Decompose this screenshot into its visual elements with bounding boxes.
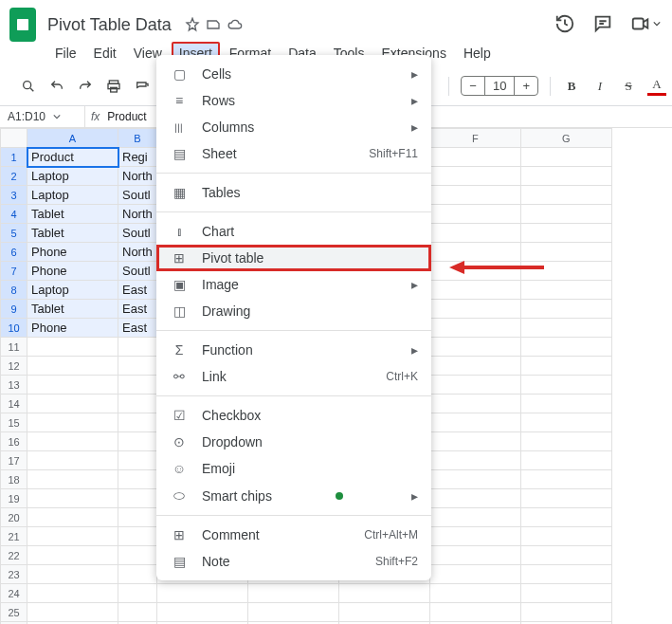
cell[interactable]: Laptop (27, 167, 118, 186)
cell[interactable]: Soutl (118, 186, 157, 205)
plus-icon[interactable]: + (515, 77, 537, 95)
cell[interactable]: Tablet (27, 300, 118, 319)
row-header[interactable]: 21 (1, 527, 27, 546)
row-header[interactable]: 19 (1, 489, 27, 508)
menu-item-label: Drawing (202, 303, 250, 319)
menu-item-smart-chips[interactable]: ⬭Smart chips▸ (156, 482, 431, 509)
submenu-arrow-icon: ▸ (411, 93, 418, 108)
row-header[interactable]: 1 (1, 148, 27, 167)
menu-item-rows[interactable]: ≡Rows▸ (156, 87, 431, 114)
row-header[interactable]: 24 (1, 584, 27, 603)
cell[interactable]: Product (27, 148, 118, 167)
cell[interactable]: North (118, 243, 157, 262)
cell[interactable]: East (118, 300, 157, 319)
row-header[interactable]: 14 (1, 395, 27, 413)
print-icon[interactable] (104, 77, 123, 96)
minus-icon[interactable]: − (462, 77, 484, 95)
cell[interactable]: North (118, 167, 157, 186)
checkbox-icon: ☑ (170, 408, 189, 423)
cloud-icon[interactable] (227, 17, 244, 32)
svg-point-3 (24, 81, 31, 88)
text-color-icon[interactable]: A (647, 77, 666, 96)
redo-icon[interactable] (76, 77, 95, 96)
font-size-value[interactable]: 10 (484, 77, 515, 95)
row-header[interactable]: 23 (1, 565, 27, 584)
move-icon[interactable] (206, 17, 221, 32)
menu-item-note[interactable]: ▤NoteShift+F2 (156, 548, 431, 575)
menu-item-emoji[interactable]: ☺Emoji (156, 455, 431, 482)
menu-item-columns[interactable]: ⫼Columns▸ (156, 114, 431, 140)
col-header[interactable]: G (520, 129, 611, 148)
row-header[interactable]: 7 (1, 262, 27, 281)
row-header[interactable]: 16 (1, 432, 27, 451)
strikethrough-icon[interactable]: S (619, 77, 638, 96)
paint-icon[interactable] (133, 77, 152, 96)
menu-item-link[interactable]: ⚯LinkCtrl+K (156, 363, 431, 390)
cell[interactable]: North (118, 205, 157, 224)
col-header[interactable]: A (27, 129, 118, 148)
row-header[interactable]: 10 (1, 319, 27, 338)
italic-icon[interactable]: I (590, 77, 609, 96)
menu-item-drawing[interactable]: ◫Drawing (156, 298, 431, 324)
select-all-corner[interactable] (1, 129, 27, 148)
row-header[interactable]: 2 (1, 167, 27, 186)
row-header[interactable]: 18 (1, 470, 27, 489)
cell[interactable]: East (118, 319, 157, 338)
menu-item-comment[interactable]: ⊞CommentCtrl+Alt+M (156, 522, 431, 548)
row-header[interactable]: 6 (1, 243, 27, 262)
cell[interactable]: Tablet (27, 224, 118, 243)
undo-icon[interactable] (47, 77, 66, 96)
row-header[interactable]: 20 (1, 508, 27, 527)
cell[interactable]: Laptop (27, 186, 118, 205)
menu-item-tables[interactable]: ▦Tables (156, 179, 431, 206)
menu-item-cells[interactable]: ▢Cells▸ (156, 61, 431, 87)
cell[interactable]: Soutl (118, 224, 157, 243)
menu-item-checkbox[interactable]: ☑Checkbox (156, 402, 431, 429)
menu-file[interactable]: File (47, 42, 84, 64)
cell[interactable]: Laptop (27, 281, 118, 300)
submenu-arrow-icon: ▸ (411, 488, 418, 504)
search-icon[interactable] (19, 77, 38, 96)
bold-icon[interactable]: B (562, 77, 581, 96)
row-header[interactable]: 3 (1, 186, 27, 205)
name-box[interactable]: A1:D10 (0, 106, 85, 127)
cell[interactable]: Tablet (27, 205, 118, 224)
col-header[interactable]: B (118, 129, 157, 148)
menu-item-function[interactable]: ΣFunction▸ (156, 337, 431, 363)
doc-title[interactable]: Pivot Table Data (47, 15, 172, 35)
row-header[interactable]: 4 (1, 205, 27, 224)
menu-help[interactable]: Help (456, 42, 499, 64)
font-size-stepper[interactable]: − 10 + (461, 76, 538, 96)
cell[interactable]: Soutl (118, 262, 157, 281)
cell[interactable]: Phone (27, 243, 118, 262)
cell[interactable]: Phone (27, 319, 118, 338)
menu-item-chart[interactable]: ⫾Chart (156, 218, 431, 245)
row-header[interactable]: 15 (1, 413, 27, 432)
row-header[interactable]: 8 (1, 281, 27, 300)
formula-bar[interactable]: Product (105, 106, 148, 127)
history-icon[interactable] (554, 13, 575, 34)
menu-item-sheet[interactable]: ▤SheetShift+F11 (156, 140, 431, 167)
cell[interactable]: Regi (118, 148, 157, 167)
menu-item-image[interactable]: ▣Image▸ (156, 271, 431, 298)
row-header[interactable]: 11 (1, 338, 27, 357)
meet-icon[interactable] (630, 13, 661, 34)
row-header[interactable]: 13 (1, 376, 27, 395)
row-header[interactable]: 25 (1, 603, 27, 622)
cell[interactable]: Phone (27, 262, 118, 281)
row-header[interactable]: 22 (1, 546, 27, 565)
row-header[interactable]: 9 (1, 300, 27, 319)
note-icon: ▤ (170, 554, 189, 569)
comment-icon[interactable] (592, 13, 613, 34)
columns-icon: ⫼ (170, 119, 189, 135)
col-header[interactable]: F (429, 129, 520, 148)
menu-edit[interactable]: Edit (86, 42, 124, 64)
row-header[interactable]: 17 (1, 451, 27, 470)
row-header[interactable]: 5 (1, 224, 27, 243)
row-header[interactable]: 12 (1, 357, 27, 376)
menu-item-pivot-table[interactable]: ⊞Pivot table (156, 245, 431, 271)
menu-item-dropdown[interactable]: ⊙Dropdown (156, 429, 431, 455)
star-icon[interactable] (185, 17, 200, 32)
divider (448, 77, 449, 96)
cell[interactable]: East (118, 281, 157, 300)
